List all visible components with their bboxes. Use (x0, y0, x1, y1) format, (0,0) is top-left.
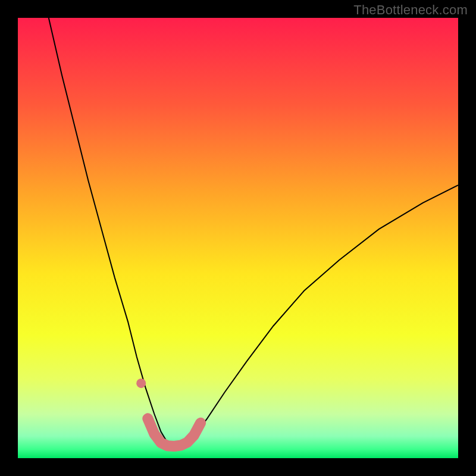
highlight-dot (136, 378, 146, 388)
watermark-text: TheBottleneck.com (353, 2, 468, 18)
plot-area (18, 18, 458, 458)
bottleneck-curve (49, 18, 458, 447)
chart-frame: TheBottleneck.com (0, 0, 476, 476)
curve-layer (18, 18, 458, 458)
highlight-trough (148, 418, 201, 446)
